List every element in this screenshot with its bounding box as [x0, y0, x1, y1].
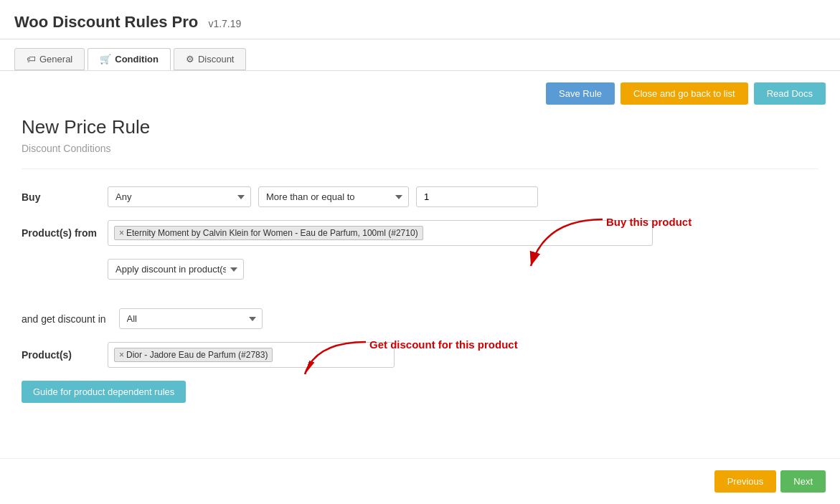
- buy-annotation: Buy this product: [524, 216, 610, 273]
- get-arrow-svg: [301, 338, 373, 381]
- app-title-text: Woo Discount Rules Pro: [14, 13, 198, 31]
- app-version: v1.7.19: [208, 18, 241, 29]
- get-discount-row: and get discount in All: [22, 308, 818, 329]
- apply-discount-row: Apply discount in product(s): [22, 259, 818, 280]
- tag-icon: 🏷: [27, 54, 36, 65]
- divider: [22, 168, 818, 169]
- annotation-container: Apply discount in product(s) Buy this pr…: [22, 259, 818, 403]
- page-title: New Price Rule: [22, 116, 818, 138]
- apply-discount-select[interactable]: Apply discount in product(s): [108, 259, 244, 280]
- guide-button[interactable]: Guide for product dependent rules: [22, 381, 186, 403]
- close-button[interactable]: Close and go back to list: [620, 82, 748, 105]
- toolbar: Save Rule Close and go back to list Read…: [0, 71, 840, 116]
- guide-row: Guide for product dependent rules: [22, 381, 818, 403]
- tab-condition[interactable]: 🛒 Condition: [88, 48, 171, 70]
- tab-discount[interactable]: ⚙ Discount: [174, 48, 247, 70]
- products-from-row: Product(s) from × Eternity Moment by Cal…: [22, 220, 818, 246]
- get-discount-label: and get discount in: [22, 313, 106, 325]
- app-title: Woo Discount Rules Pro v1.7.19: [14, 13, 241, 31]
- get-annotation: Get discount for this product: [301, 338, 373, 381]
- tag-remove-icon[interactable]: ×: [119, 228, 124, 238]
- tab-general-label: General: [39, 54, 72, 65]
- buy-any-select[interactable]: Any: [108, 186, 251, 207]
- buy-label: Buy: [22, 191, 100, 203]
- get-annotation-text: Get discount for this product: [369, 338, 518, 351]
- buy-row: Buy Any More than or equal to: [22, 186, 818, 207]
- product-tag-eternity: × Eternity Moment by Calvin Klein for Wo…: [114, 226, 423, 240]
- products-from-label: Product(s) from: [22, 227, 100, 239]
- products-label: Product(s): [22, 349, 100, 361]
- discount-product-tag-label: Dior - Jadore Eau de Parfum (#2783): [126, 350, 268, 360]
- buy-arrow-svg: [524, 216, 610, 273]
- tab-discount-label: Discount: [198, 54, 235, 65]
- product-tag-label: Eternity Moment by Calvin Klein for Wome…: [126, 228, 418, 238]
- condition-select[interactable]: More than or equal to: [258, 186, 409, 207]
- tabs-bar: 🏷 General 🛒 Condition ⚙ Discount: [0, 39, 840, 71]
- product-tag-dior: × Dior - Jadore Eau de Parfum (#2783): [114, 348, 273, 362]
- previous-button[interactable]: Previous: [714, 470, 777, 493]
- read-docs-button[interactable]: Read Docs: [754, 82, 826, 105]
- quantity-input[interactable]: [416, 186, 538, 207]
- save-rule-button[interactable]: Save Rule: [546, 82, 615, 105]
- bottom-nav: Previous Next: [0, 458, 840, 504]
- buy-annotation-text: Buy this product: [606, 216, 692, 228]
- all-select[interactable]: All: [119, 308, 263, 329]
- next-button[interactable]: Next: [780, 470, 826, 493]
- gear-icon: ⚙: [186, 54, 194, 65]
- cart-icon: 🛒: [100, 54, 111, 65]
- tag-remove-dior-icon[interactable]: ×: [119, 350, 124, 360]
- main-content: New Price Rule Discount Conditions Buy A…: [0, 116, 840, 459]
- section-subtitle: Discount Conditions: [22, 143, 818, 154]
- tab-condition-label: Condition: [115, 54, 159, 65]
- tab-general[interactable]: 🏷 General: [14, 48, 85, 70]
